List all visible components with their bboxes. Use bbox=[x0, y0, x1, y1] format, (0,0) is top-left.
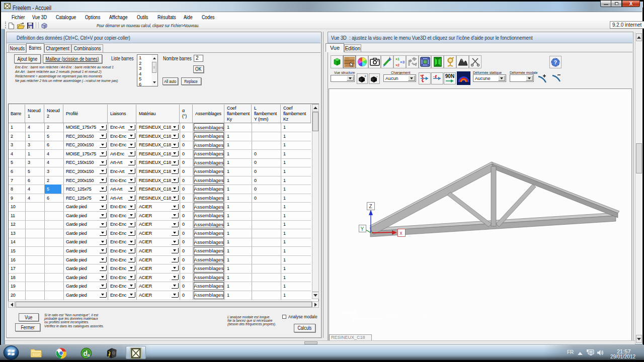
svg-text:-: - bbox=[433, 74, 435, 78]
svg-text:×1: ×1 bbox=[395, 57, 399, 61]
svg-text:-: - bbox=[376, 75, 378, 78]
svg-text:+: + bbox=[420, 74, 422, 77]
svg-text:Y: Y bbox=[361, 226, 364, 232]
svg-text:×3: ×3 bbox=[400, 60, 405, 64]
svg-text:×2: ×2 bbox=[395, 63, 399, 67]
svg-text:x: x bbox=[400, 230, 403, 236]
svg-text:Z: Z bbox=[369, 204, 372, 209]
svg-text:?: ? bbox=[554, 59, 557, 65]
svg-text:+: + bbox=[364, 75, 366, 78]
svg-text:?: ? bbox=[44, 25, 46, 29]
